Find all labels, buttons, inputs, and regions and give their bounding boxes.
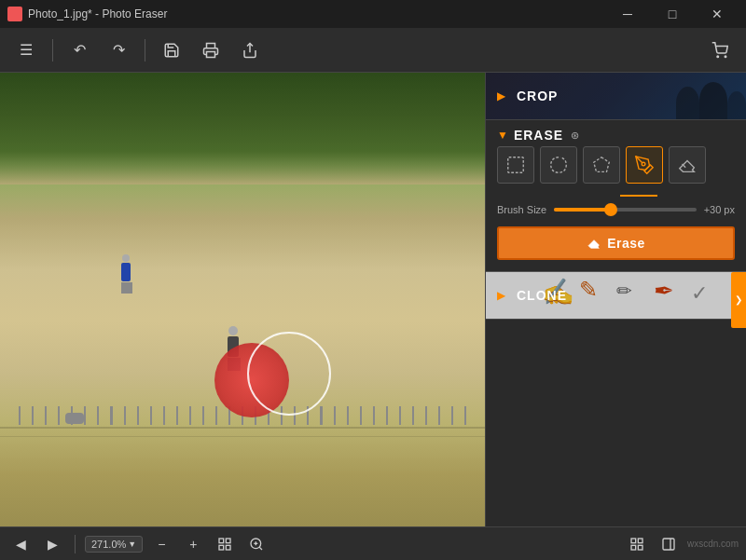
crop-arrow-icon: ▶ — [497, 89, 505, 102]
zoom-display[interactable]: 271.0% ▼ — [85, 536, 143, 553]
titlebar-left: Photo_1.jpg* - Photo Eraser — [7, 7, 167, 21]
eraser-tool[interactable] — [669, 146, 706, 184]
grid-button[interactable] — [624, 531, 650, 557]
active-tool-indicator — [486, 195, 746, 197]
erase-section: ▼ ERASE ⊛ — [486, 120, 746, 272]
svg-point-2 — [717, 56, 719, 58]
next-frame-button[interactable]: ▶ — [39, 531, 65, 557]
ground-line — [0, 427, 485, 429]
poly-select-tool[interactable] — [583, 146, 620, 184]
erase-tools-row — [486, 146, 746, 184]
brush-slider-fill — [554, 208, 611, 212]
print-button[interactable] — [194, 34, 228, 67]
svg-rect-15 — [631, 539, 636, 543]
erase-button-label: Erase — [607, 236, 645, 251]
canvas-area[interactable] — [0, 73, 485, 526]
brush-size-label: Brush Size — [497, 204, 546, 215]
lasso-select-tool[interactable] — [540, 146, 577, 184]
fence-row — [19, 417, 466, 425]
svg-rect-19 — [663, 539, 674, 550]
svg-rect-17 — [638, 545, 642, 550]
erase-title: ERASE — [514, 128, 563, 143]
brush-tool[interactable] — [626, 146, 663, 184]
svg-rect-9 — [227, 545, 231, 550]
brush-size-row: Brush Size +30 px — [486, 204, 746, 215]
undo-button[interactable]: ↶ — [62, 34, 96, 67]
maximize-button[interactable]: □ — [651, 0, 694, 28]
brush-size-slider[interactable] — [554, 208, 696, 212]
minimize-button[interactable]: ─ — [606, 0, 649, 28]
right-panel: ▶ CROP ▼ ERASE ⊛ — [485, 73, 746, 526]
bottom-sep-1 — [75, 535, 76, 553]
svg-marker-5 — [594, 157, 610, 172]
toolbar: ☰ ↶ ↷ — [0, 28, 746, 73]
svg-rect-8 — [227, 539, 231, 543]
svg-point-3 — [725, 56, 726, 58]
brush-cursor — [247, 332, 331, 416]
menu-button[interactable]: ☰ — [9, 34, 43, 67]
zoom-rect-button[interactable] — [243, 531, 269, 557]
zoom-out-button[interactable]: − — [148, 531, 174, 557]
bottom-bar: ◀ ▶ 271.0% ▼ − + — [0, 526, 746, 560]
window-title: Photo_1.jpg* - Photo Eraser — [28, 7, 167, 20]
zoom-dropdown-icon: ▼ — [128, 540, 136, 549]
clone-title: CLONE — [517, 288, 567, 303]
zoom-in-button[interactable]: + — [180, 531, 206, 557]
clone-section: ✍ ✎ ✏ ✒ ✓ ▶ CLONE — [486, 272, 746, 320]
crop-header[interactable]: ▶ CROP — [486, 73, 746, 119]
right-expand-button[interactable]: ❯ — [731, 272, 746, 328]
prev-frame-button[interactable]: ◀ — [7, 531, 34, 557]
erase-header-row: ▼ ERASE ⊛ — [486, 120, 746, 146]
canvas-image — [0, 73, 485, 526]
svg-rect-16 — [638, 539, 642, 543]
titlebar: Photo_1.jpg* - Photo Eraser ─ □ ✕ — [0, 0, 746, 28]
clone-header[interactable]: ✍ ✎ ✏ ✒ ✓ ▶ CLONE — [486, 272, 746, 319]
crop-section: ▶ CROP — [486, 73, 746, 120]
dog — [65, 413, 84, 424]
person1 — [121, 254, 132, 294]
erase-button-container: Erase — [486, 226, 746, 271]
toolbar-separator-2 — [145, 39, 145, 61]
expand-icon: ❯ — [735, 294, 742, 305]
crop-header-content: ▶ CROP — [497, 89, 558, 103]
close-button[interactable]: ✕ — [696, 0, 739, 28]
erase-wand-icon: ⊛ — [571, 130, 579, 142]
erase-arrow-icon: ▼ — [497, 129, 508, 142]
toolbar-separator — [52, 39, 53, 61]
share-button[interactable] — [233, 34, 267, 67]
clone-arrow-icon: ▶ — [497, 289, 505, 302]
ground-line-2 — [0, 436, 485, 437]
app-icon — [7, 7, 22, 21]
main-layout: ▶ CROP ▼ ERASE ⊛ — [0, 73, 746, 526]
rect-select-tool[interactable] — [497, 146, 534, 184]
erase-button[interactable]: Erase — [497, 226, 735, 260]
trees-background — [0, 73, 485, 184]
zoom-value: 271.0% — [91, 539, 126, 550]
svg-rect-0 — [207, 51, 215, 57]
titlebar-controls: ─ □ ✕ — [606, 0, 739, 28]
svg-point-6 — [642, 162, 645, 166]
svg-rect-4 — [508, 157, 524, 173]
save-button[interactable] — [155, 34, 188, 67]
svg-rect-7 — [219, 539, 224, 543]
svg-rect-18 — [631, 545, 636, 550]
svg-line-12 — [259, 547, 262, 550]
crop-title: CROP — [517, 89, 558, 103]
cart-button[interactable] — [703, 34, 737, 67]
brush-slider-thumb[interactable] — [604, 203, 617, 216]
brush-value: +30 px — [704, 204, 735, 215]
clone-header-content: ▶ CLONE — [497, 288, 567, 303]
fit-button[interactable] — [212, 531, 238, 557]
panel-button[interactable] — [656, 531, 682, 557]
watermark: wxscdn.com — [687, 539, 739, 549]
svg-rect-10 — [219, 545, 224, 550]
redo-button[interactable]: ↷ — [102, 34, 135, 67]
